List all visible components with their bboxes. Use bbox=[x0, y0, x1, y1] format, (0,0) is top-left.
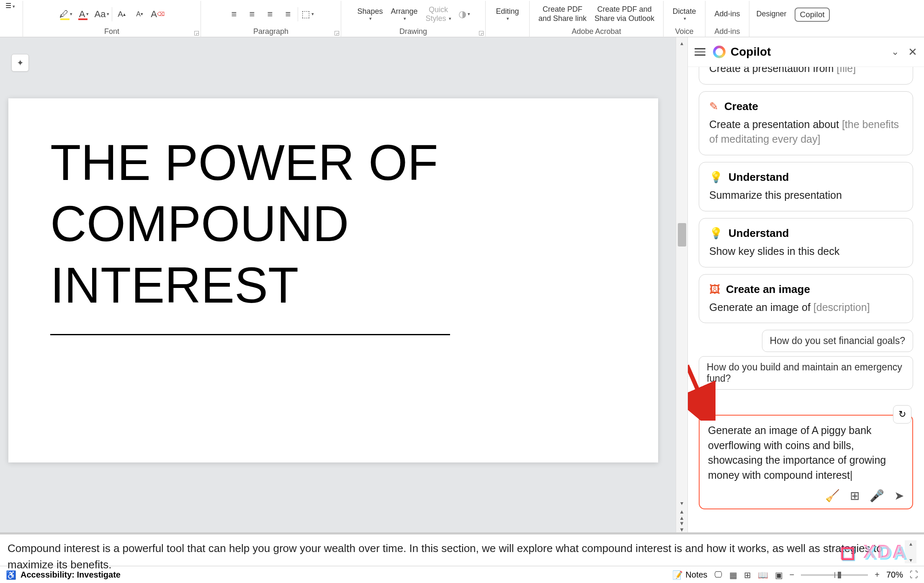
clear-formatting-icon[interactable]: A⌫ bbox=[149, 7, 166, 21]
editing-button[interactable]: Editing▾ bbox=[492, 6, 522, 23]
ribbon-group-editing: Editing▾ bbox=[486, 1, 530, 37]
scroll-down-icon[interactable]: ▾ bbox=[676, 497, 687, 509]
chip-emergency-fund[interactable]: How do you build and maintain an emergen… bbox=[699, 356, 913, 390]
scroll-thumb[interactable] bbox=[678, 223, 686, 247]
wand-icon: ✎ bbox=[709, 100, 718, 113]
chip-row-goals: How do you set financial goals? bbox=[699, 330, 913, 352]
notes-pane[interactable]: Compound interest is a powerful tool tha… bbox=[0, 532, 924, 566]
highlight-color-icon[interactable]: 🖊▾ bbox=[58, 7, 75, 21]
slide-editor-region: ✦ THE POWER OF COMPOUND INTEREST ▴ ▾ ▲▲ … bbox=[0, 37, 687, 532]
slide-canvas[interactable]: THE POWER OF COMPOUND INTEREST bbox=[8, 98, 658, 462]
copilot-body: Create a presentation from [file] ✎ Crea… bbox=[688, 67, 924, 532]
convert-smartart-icon[interactable]: ⬚▾ bbox=[299, 7, 316, 21]
copilot-close-icon[interactable]: ✕ bbox=[908, 46, 917, 59]
copilot-collapse-icon[interactable]: ⌄ bbox=[891, 46, 899, 57]
zoom-thumb[interactable] bbox=[838, 572, 841, 578]
chip-financial-goals[interactable]: How do you set financial goals? bbox=[762, 330, 913, 352]
drawing-dialog-launcher-icon[interactable]: ◲ bbox=[479, 29, 484, 36]
reading-view-icon[interactable]: 📖 bbox=[758, 570, 768, 580]
copilot-menu-icon[interactable] bbox=[692, 44, 708, 60]
zoom-level[interactable]: 70% bbox=[886, 570, 903, 580]
acrobat-group-label: Adobe Acrobat bbox=[571, 27, 621, 36]
justify-icon[interactable]: ≡ bbox=[280, 7, 296, 21]
decrease-font-icon[interactable]: A▾ bbox=[131, 7, 148, 21]
ribbon-group-drawing: Shapes▾ Arrange▾ QuickStyles▾ ◑▾ Drawing… bbox=[341, 1, 486, 37]
slide-sorter-icon[interactable]: ⊞ bbox=[744, 570, 751, 580]
copilot-prompt-input[interactable]: Generate an image of A piggy bank overfl… bbox=[699, 415, 913, 509]
font-dialog-launcher-icon[interactable]: ◲ bbox=[194, 29, 199, 36]
image-icon: 🖼 bbox=[709, 283, 720, 296]
dictate-button[interactable]: Dictate▾ bbox=[669, 6, 699, 23]
ribbon-group-paragraph: ≡ ≡ ≡ ≡ ⬚▾ Paragraph ◲ bbox=[201, 1, 341, 37]
scroll-up-icon[interactable]: ▴ bbox=[909, 540, 912, 547]
prompt-apps-icon[interactable]: ⊞ bbox=[850, 489, 860, 503]
status-bar: ♿ Accessibility: Investigate 📝 Notes 🖵 ▦… bbox=[0, 566, 924, 583]
font-group-label: Font bbox=[104, 27, 119, 36]
font-color-icon[interactable]: A▾ bbox=[76, 7, 93, 21]
arrange-button[interactable]: Arrange▾ bbox=[387, 6, 421, 23]
slide-title-text[interactable]: THE POWER OF COMPOUND INTEREST bbox=[50, 132, 616, 316]
scroll-down-icon[interactable]: ▾ bbox=[909, 557, 912, 563]
copilot-title: Copilot bbox=[731, 45, 886, 59]
add-ins-button[interactable]: Add-ins bbox=[711, 8, 743, 20]
notes-icon: 📝 bbox=[672, 570, 683, 580]
ribbon-group-font: 🖊▾ A▾ Aa▾ A▴ A▾ A⌫ Font ◲ bbox=[23, 1, 201, 37]
notes-scrollbar[interactable]: ▴ ▾ bbox=[905, 540, 916, 563]
ribbon-group-left: ☰▾ bbox=[0, 1, 23, 37]
editor-vertical-scrollbar[interactable]: ▴ ▾ ▲▲ ▼▼ bbox=[676, 37, 687, 532]
voice-group-label: Voice bbox=[675, 27, 693, 36]
shapes-button[interactable]: Shapes▾ bbox=[354, 6, 386, 23]
zoom-slider[interactable] bbox=[801, 574, 868, 576]
ribbon-bar: ☰▾ 🖊▾ A▾ Aa▾ A▴ A▾ A⌫ Font ◲ ≡ ≡ ≡ ≡ ⬚▾ … bbox=[0, 0, 924, 37]
paragraph-dialog-launcher-icon[interactable]: ◲ bbox=[334, 29, 340, 36]
increase-font-icon[interactable]: A▴ bbox=[113, 7, 130, 21]
normal-view-icon[interactable]: ▦ bbox=[729, 570, 737, 580]
workspace: ✦ THE POWER OF COMPOUND INTEREST ▴ ▾ ▲▲ … bbox=[0, 37, 924, 532]
ribbon-group-acrobat: Create PDFand Share link Create PDF andS… bbox=[530, 1, 664, 37]
prompt-style-icon[interactable]: 🧹 bbox=[825, 489, 840, 503]
shape-effects-icon[interactable]: ◑▾ bbox=[456, 7, 473, 21]
suggestion-create-from-file[interactable]: Create a presentation from [file] bbox=[699, 67, 913, 85]
copilot-floating-button[interactable]: ✦ bbox=[11, 54, 29, 72]
refresh-button[interactable]: ↻ bbox=[893, 405, 911, 424]
scroll-up-icon[interactable]: ▴ bbox=[676, 37, 687, 49]
microphone-icon[interactable]: 🎤 bbox=[870, 489, 884, 503]
suggestion-create[interactable]: ✎ Create Create a presentation about [th… bbox=[699, 91, 913, 155]
copilot-logo-icon bbox=[713, 46, 726, 58]
notes-text[interactable]: Compound interest is a powerful tool tha… bbox=[8, 540, 905, 563]
copilot-header: Copilot ⌄ ✕ bbox=[688, 37, 924, 67]
slide-divider bbox=[50, 334, 450, 335]
change-case-icon[interactable]: Aa▾ bbox=[94, 7, 111, 21]
addins-group-label: Add-ins bbox=[714, 27, 740, 36]
create-pdf-share-link-button[interactable]: Create PDFand Share link bbox=[535, 4, 590, 24]
fit-window-icon[interactable]: ⛶ bbox=[910, 570, 918, 580]
align-center-icon[interactable]: ≡ bbox=[244, 7, 260, 21]
suggestion-understand-keyslides[interactable]: 💡 Understand Show key slides in this dec… bbox=[699, 218, 913, 267]
ribbon-group-voice: Dictate▾ Voice bbox=[664, 1, 705, 37]
next-slide-icon[interactable]: ▼▼ bbox=[676, 521, 687, 532]
align-left-icon[interactable]: ≡ bbox=[226, 7, 242, 21]
prompt-text[interactable]: Generate an image of A piggy bank overfl… bbox=[708, 423, 904, 484]
send-icon[interactable]: ➤ bbox=[894, 489, 904, 503]
slideshow-icon[interactable]: ▣ bbox=[775, 570, 783, 580]
prev-slide-icon[interactable]: ▲▲ bbox=[676, 509, 687, 521]
lightbulb-icon: 💡 bbox=[709, 227, 723, 240]
suggestion-understand-summarize[interactable]: 💡 Understand Summarize this presentation bbox=[699, 162, 913, 211]
quick-styles-button[interactable]: QuickStyles▾ bbox=[422, 4, 455, 24]
display-settings-icon[interactable]: 🖵 bbox=[714, 570, 723, 580]
zoom-out-icon[interactable]: − bbox=[790, 570, 795, 580]
suggestion-create-image[interactable]: 🖼 Create an image Generate an image of [… bbox=[699, 274, 913, 323]
drawing-group-label: Drawing bbox=[399, 27, 427, 36]
create-pdf-share-outlook-button[interactable]: Create PDF andShare via Outlook bbox=[591, 4, 658, 24]
section-icon[interactable]: ☰▾ bbox=[5, 1, 18, 13]
align-right-icon[interactable]: ≡ bbox=[262, 7, 278, 21]
paragraph-group-label: Paragraph bbox=[253, 27, 288, 36]
designer-button[interactable]: Designer bbox=[753, 8, 790, 20]
ribbon-group-addins: Add-ins Add-ins bbox=[705, 1, 749, 37]
ribbon-group-designer: Designer Copilot bbox=[749, 1, 833, 37]
copilot-panel: Copilot ⌄ ✕ Create a presentation from [… bbox=[687, 37, 924, 532]
lightbulb-icon: 💡 bbox=[709, 171, 723, 184]
zoom-in-icon[interactable]: + bbox=[875, 570, 880, 580]
copilot-ribbon-button[interactable]: Copilot bbox=[795, 8, 829, 22]
notes-toggle[interactable]: 📝 Notes bbox=[672, 570, 707, 580]
